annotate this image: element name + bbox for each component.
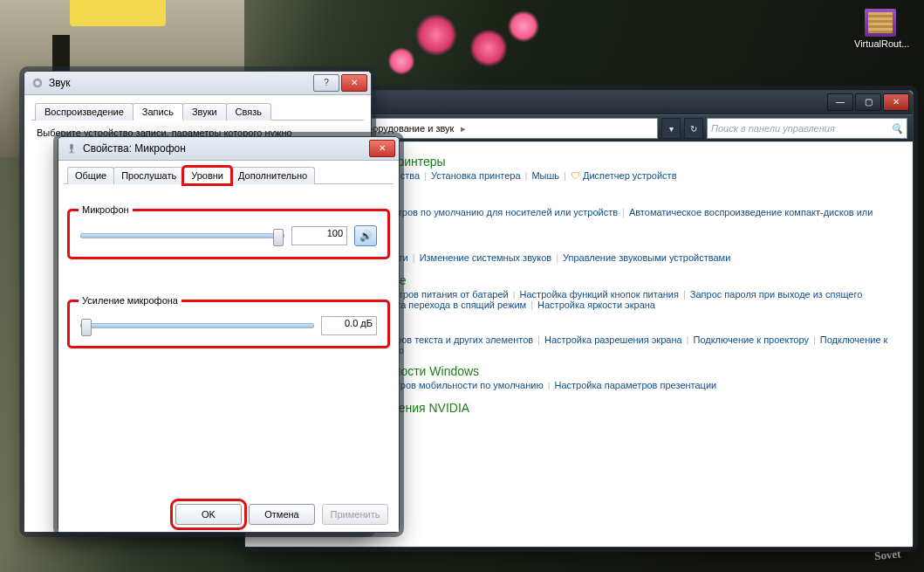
- svg-rect-2: [70, 144, 73, 150]
- refresh-button[interactable]: ↻: [684, 118, 703, 139]
- titlebar[interactable]: Свойства: Микрофон ✕: [58, 137, 399, 161]
- category-link[interactable]: Мышь: [531, 170, 559, 181]
- help-button[interactable]: ?: [313, 74, 339, 92]
- tab-уровни[interactable]: Уровни: [183, 167, 231, 184]
- category-title[interactable]: Экран: [317, 319, 895, 333]
- breadcrumb-item[interactable]: Оборудование и звук: [359, 123, 454, 134]
- chevron-right-icon: ▸: [461, 123, 466, 134]
- svg-rect-4: [69, 152, 73, 153]
- microphone-boost-group: Усиление микрофона 0.0 дБ: [69, 301, 388, 347]
- desktop-icon-virtualrouter[interactable]: VirtualRout...: [854, 9, 907, 49]
- mute-button[interactable]: 🔊: [354, 225, 377, 246]
- svg-rect-3: [71, 150, 72, 153]
- window-title: Звук: [49, 77, 308, 89]
- category-link[interactable]: Управление звуковыми устройствами: [563, 252, 730, 263]
- microphone-level-value[interactable]: 100: [291, 226, 347, 245]
- category-link[interactable]: Установка принтера: [431, 170, 521, 181]
- group-label: Усиление микрофона: [79, 295, 181, 306]
- apply-button[interactable]: Применить: [322, 504, 388, 525]
- tab-звуки[interactable]: Звуки: [182, 103, 227, 121]
- cancel-button[interactable]: Отмена: [249, 504, 315, 525]
- maximize-button[interactable]: ▢: [855, 93, 881, 111]
- breadcrumb-dropdown[interactable]: ▾: [661, 118, 681, 139]
- category-link[interactable]: Настройка разрешения экрана: [544, 334, 682, 345]
- microphone-icon: [65, 142, 78, 155]
- tabstrip: ВоспроизведениеЗаписьЗвукиСвязь: [31, 102, 364, 121]
- microphone-boost-value[interactable]: 0.0 дБ: [321, 316, 377, 335]
- tab-прослушать[interactable]: Прослушать: [113, 167, 184, 184]
- titlebar[interactable]: Звук ? ✕: [24, 72, 371, 95]
- search-placeholder: Поиск в панели управления: [711, 123, 835, 134]
- category-title[interactable]: Автозапуск: [315, 191, 895, 205]
- minimize-button[interactable]: —: [827, 93, 853, 111]
- category-link[interactable]: Подключение к проектору: [693, 334, 808, 345]
- archive-icon: [865, 9, 896, 37]
- category-link[interactable]: Настройка яркости экрана: [537, 300, 655, 310]
- microphone-level-slider[interactable]: [80, 233, 284, 238]
- category-link[interactable]: Настройка функций кнопок питания: [520, 289, 679, 300]
- shield-icon: 🛡: [571, 170, 583, 181]
- close-button[interactable]: ✕: [883, 93, 909, 111]
- desktop-icon-label: VirtualRout...: [854, 38, 907, 49]
- close-button[interactable]: ✕: [369, 140, 395, 157]
- category-title[interactable]: Электропитание: [313, 273, 895, 287]
- group-label: Микрофон: [79, 204, 133, 215]
- close-button[interactable]: ✕: [341, 74, 367, 92]
- category-link[interactable]: Настройка параметров презентации: [555, 380, 717, 390]
- microphone-properties-window: Свойства: Микрофон ✕ ОбщиеПрослушатьУров…: [58, 136, 400, 533]
- microphone-level-group: Микрофон 100 🔊: [69, 210, 388, 258]
- category-link[interactable]: Диспетчер устройств: [583, 170, 677, 181]
- tab-общие[interactable]: Общие: [67, 167, 114, 184]
- tab-воспроизведение[interactable]: Воспроизведение: [35, 103, 133, 121]
- search-icon: 🔍: [891, 123, 903, 134]
- ok-button[interactable]: OK: [175, 504, 242, 525]
- tabstrip: ОбщиеПрослушатьУровниДополнительно: [64, 166, 394, 184]
- microphone-boost-slider[interactable]: [80, 323, 314, 328]
- search-input[interactable]: Поиск в панели управления 🔍: [707, 118, 907, 139]
- window-title: Свойства: Микрофон: [83, 142, 364, 155]
- tab-запись[interactable]: Запись: [133, 103, 183, 121]
- sound-icon: [31, 77, 44, 89]
- svg-point-1: [35, 80, 39, 85]
- category-link[interactable]: Изменение системных звуков: [420, 252, 552, 263]
- tab-связь[interactable]: Связь: [226, 103, 271, 121]
- tab-дополнительно[interactable]: Дополнительно: [230, 167, 315, 184]
